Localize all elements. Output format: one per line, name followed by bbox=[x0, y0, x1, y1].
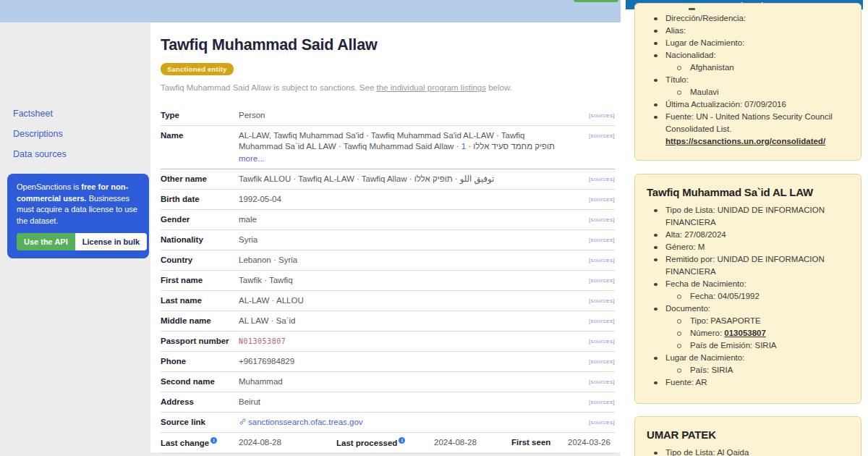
card-sublist-item: País de Emisión: SIRIA bbox=[645, 339, 854, 352]
table-row: Other nameTawfik ALLOU · Tawfiq AL-LAW ·… bbox=[161, 169, 615, 190]
value-text: Syria bbox=[239, 235, 258, 244]
field-label: Middle name bbox=[161, 316, 239, 326]
sources-link[interactable]: [sources] bbox=[573, 235, 615, 245]
more-link[interactable]: more... bbox=[239, 153, 566, 164]
info-icon[interactable]: i bbox=[399, 437, 405, 444]
field-value: Beirut bbox=[239, 397, 573, 408]
sources-link[interactable]: [sources] bbox=[573, 110, 615, 120]
card-list-item: Lugar de Nacimiento: bbox=[645, 37, 854, 49]
card-list-item: Nacionalidad: bbox=[645, 49, 854, 62]
subtitle-prefix: Tawfiq Muhammad Said Allaw is subject to… bbox=[161, 83, 377, 92]
sources-link[interactable]: [sources] bbox=[573, 194, 615, 204]
sources-link[interactable]: [sources] bbox=[573, 174, 615, 184]
field-value: Lebanon · Syria bbox=[239, 255, 573, 266]
sources-link[interactable]: [sources] bbox=[573, 255, 615, 265]
card-list-item: Fuente: AR bbox=[645, 376, 854, 389]
card-sublist-item: Afghanistan bbox=[645, 62, 854, 74]
screenshot-root: Factsheet Descriptions Data sources Open… bbox=[0, 0, 868, 456]
field-value: Muhammad bbox=[239, 376, 573, 387]
sources-link[interactable]: [sources] bbox=[573, 316, 615, 326]
value-text: AL LAW · Sa`id bbox=[239, 316, 295, 325]
table-row: TypePerson[sources] bbox=[161, 106, 615, 126]
field-value: male bbox=[239, 214, 573, 225]
info-icon[interactable]: i bbox=[210, 437, 217, 444]
table-row: Middle nameAL LAW · Sa`id[sources] bbox=[161, 311, 615, 332]
card-list-item: Remitido por: UNIDAD DE INFORMACION FINA… bbox=[645, 253, 854, 278]
last-change-value: 2024-08-28 bbox=[239, 437, 336, 448]
field-label: Name bbox=[161, 130, 239, 141]
card-title: UMAR PATEK bbox=[647, 428, 854, 441]
first-seen-label: First seen bbox=[511, 437, 568, 448]
sidebar-item-data-sources[interactable]: Data sources bbox=[13, 149, 67, 159]
license-promo-box: OpenSanctions is free for non-commercial… bbox=[7, 174, 149, 258]
first-seen-value: 2024-03-26 bbox=[568, 437, 615, 448]
field-label: First name bbox=[161, 275, 239, 286]
card-link[interactable]: https://scsanctions.un.org/consolidated/ bbox=[665, 135, 854, 148]
field-value: Syria bbox=[239, 235, 573, 245]
card-list-item: Género: M bbox=[645, 241, 854, 253]
field-value: 1992-05-04 bbox=[239, 194, 573, 205]
promo-text: OpenSanctions is free for non-commercial… bbox=[17, 182, 140, 227]
card-number-link[interactable]: 013053807 bbox=[724, 329, 766, 337]
value-text: Muhammad bbox=[239, 377, 283, 386]
sources-link[interactable]: [sources] bbox=[573, 397, 615, 407]
passport-number-value: N013053807 bbox=[239, 337, 286, 345]
sources-link[interactable]: [sources] bbox=[573, 275, 615, 285]
promo-text-prefix: OpenSanctions is bbox=[17, 182, 81, 191]
field-label: Phone bbox=[161, 356, 239, 367]
entity-main-panel: Tawfiq Muhammad Said Allaw Sanctioned en… bbox=[150, 22, 621, 452]
sanction-card: Tawfiq Muhammad Sa`id AL LAWTipo de List… bbox=[634, 174, 861, 404]
sanctioned-entity-badge: Sanctioned entity bbox=[161, 63, 234, 75]
promo-button-group: Use the API License in bulk bbox=[17, 233, 147, 250]
sources-link[interactable]: [sources] bbox=[573, 356, 615, 366]
sidebar-item-descriptions[interactable]: Descriptions bbox=[13, 129, 67, 139]
sources-link[interactable]: [sources] bbox=[573, 417, 615, 427]
value-text: 1992-05-04 bbox=[239, 195, 281, 203]
field-label: Second name bbox=[161, 376, 239, 387]
sidebar-nav: Factsheet Descriptions Data sources bbox=[13, 109, 67, 169]
value-text: male bbox=[239, 215, 257, 224]
field-label: Birth date bbox=[161, 194, 239, 205]
table-row: Last nameAL-LAW · ALLOU[sources] bbox=[161, 291, 615, 311]
field-value: +96176984829 bbox=[239, 356, 573, 367]
card-list-item: Tipo de Lista: UNIDAD DE INFORMACION FIN… bbox=[645, 204, 854, 229]
table-row: Phone+96176984829[sources] bbox=[161, 352, 615, 372]
last-processed-label: Last processedi bbox=[336, 437, 434, 449]
repet-panel: repet.jus.gob.ar Dirección/Residencia:Al… bbox=[626, 0, 868, 456]
sources-link[interactable]: [sources] bbox=[573, 376, 615, 387]
use-api-button[interactable]: Use the API bbox=[17, 233, 75, 250]
field-label: Address bbox=[161, 397, 239, 408]
value-text: Tawfik ALLOU · Tawfiq AL-LAW · Tawfiq Al… bbox=[239, 174, 494, 183]
table-row: Source linksanctionssearch.ofac.treas.go… bbox=[161, 413, 615, 433]
field-label: Other name bbox=[161, 174, 239, 185]
card-sublist-item: Maulavi bbox=[645, 86, 854, 98]
sources-link[interactable]: [sources] bbox=[573, 214, 615, 224]
program-listings-link[interactable]: the individual program listings bbox=[377, 83, 487, 92]
card-list-item: Alias: bbox=[645, 25, 854, 37]
table-meta-row: Last changei 2024-08-28 Last processedi … bbox=[161, 433, 615, 454]
card-list-item: Título: bbox=[645, 74, 854, 86]
card-sublist-item: País: SIRIA bbox=[645, 364, 854, 376]
sources-link[interactable]: [sources] bbox=[573, 130, 615, 140]
sources-link[interactable]: [sources] bbox=[573, 295, 615, 305]
sources-link[interactable]: [sources] bbox=[573, 336, 615, 346]
value-text: · תופיק מחמד סעיד אללו bbox=[466, 142, 555, 151]
field-label: Nationality bbox=[161, 235, 239, 245]
card-sublist-item: Fecha: 04/05/1992 bbox=[645, 290, 854, 303]
table-row: Passport numberN013053807[sources] bbox=[161, 332, 615, 352]
card-title: Tawfiq Muhammad Sa`id AL LAW bbox=[647, 186, 854, 198]
table-row: Second nameMuhammad[sources] bbox=[161, 372, 615, 392]
source-link[interactable]: sanctionssearch.ofac.treas.gov bbox=[239, 418, 363, 426]
table-row: NameAL-LAW, Tawfiq Muhammad Sa'id · Tawf… bbox=[161, 126, 615, 169]
clipped-green-button[interactable] bbox=[574, 0, 618, 2]
sidebar-item-factsheet[interactable]: Factsheet bbox=[13, 109, 67, 119]
sanction-card: UMAR PATEKTipo de Lista: Al Qaida bbox=[634, 416, 861, 456]
value-text: Lebanon · Syria bbox=[239, 256, 297, 264]
field-label: Type bbox=[161, 110, 239, 121]
browser-top-band bbox=[0, 0, 621, 22]
value-text: +96176984829 bbox=[239, 357, 294, 366]
license-bulk-button[interactable]: License in bulk bbox=[75, 233, 147, 250]
last-processed-value: 2024-08-28 bbox=[434, 437, 511, 448]
card-list-item: Dirección/Residencia: bbox=[645, 12, 854, 25]
card-list-item: Fecha de Nacimiento: bbox=[645, 278, 854, 290]
